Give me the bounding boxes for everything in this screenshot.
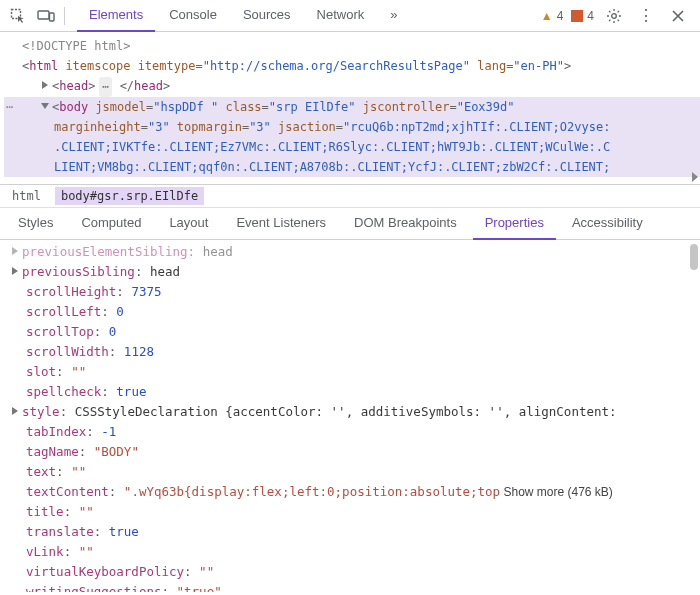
- property-row[interactable]: virtualKeyboardPolicy: "": [8, 562, 700, 582]
- show-more-link[interactable]: Show more (476 kB): [500, 485, 613, 499]
- warnings-badge[interactable]: ▲ 4: [541, 9, 564, 23]
- expand-toggle-icon[interactable]: [42, 81, 48, 89]
- selected-gutter-icon: ⋯: [6, 97, 13, 117]
- properties-pane[interactable]: previousElementSibling: headpreviousSibl…: [0, 240, 700, 592]
- property-value: CSSStyleDeclaration {accentColor: '', ad…: [75, 404, 617, 419]
- device-toolbar-icon[interactable]: [34, 4, 58, 28]
- warning-icon: ▲: [541, 9, 553, 23]
- dom-body-open[interactable]: ⋯ <body jsmodel="hspDDf " class="srp EIl…: [4, 97, 700, 117]
- expand-toggle-icon[interactable]: [12, 407, 18, 415]
- property-name: previousElementSibling: [22, 244, 188, 259]
- property-name: textContent: [26, 484, 109, 499]
- tab-sources[interactable]: Sources: [231, 0, 303, 32]
- warnings-count: 4: [557, 9, 564, 23]
- property-row[interactable]: text: "": [8, 462, 700, 482]
- property-name: style: [22, 404, 60, 419]
- dom-tree[interactable]: <!DOCTYPE html> <html itemscope itemtype…: [0, 32, 700, 184]
- property-row[interactable]: style: CSSStyleDeclaration {accentColor:…: [8, 402, 700, 422]
- dom-body-attrs-2[interactable]: marginheight="3" topmargin="3" jsaction=…: [4, 117, 700, 137]
- property-value: "": [79, 544, 94, 559]
- property-row[interactable]: slot: "": [8, 362, 700, 382]
- expand-toggle-icon[interactable]: [41, 103, 49, 109]
- scroll-right-icon[interactable]: [692, 172, 698, 182]
- dom-head[interactable]: <head>⋯ </head>: [4, 76, 700, 97]
- property-value: "": [199, 564, 214, 579]
- dom-html-open[interactable]: <html itemscope itemtype="http://schema.…: [4, 56, 700, 76]
- errors-count: 4: [587, 9, 594, 23]
- expand-toggle-icon[interactable]: [12, 247, 18, 255]
- property-name: virtualKeyboardPolicy: [26, 564, 184, 579]
- subtab-properties[interactable]: Properties: [473, 208, 556, 240]
- colon: :: [116, 284, 131, 299]
- error-icon: [571, 10, 583, 22]
- property-name: tagName: [26, 444, 79, 459]
- property-row[interactable]: scrollWidth: 1128: [8, 342, 700, 362]
- close-icon[interactable]: [666, 4, 690, 28]
- svg-rect-2: [50, 13, 55, 21]
- property-value: "": [71, 464, 86, 479]
- property-value: "BODY": [94, 444, 139, 459]
- colon: :: [56, 364, 71, 379]
- property-row[interactable]: previousSibling: head: [8, 262, 700, 282]
- dom-doctype[interactable]: <!DOCTYPE html>: [4, 36, 700, 56]
- property-row[interactable]: title: "": [8, 502, 700, 522]
- colon: :: [135, 264, 150, 279]
- subtab-dom-breakpoints[interactable]: DOM Breakpoints: [342, 208, 469, 240]
- colon: :: [86, 424, 101, 439]
- property-value: "true": [177, 584, 222, 592]
- tab-network[interactable]: Network: [305, 0, 377, 32]
- property-value: ".wYq63b{display:flex;left:0;position:ab…: [124, 484, 500, 499]
- property-value: head: [150, 264, 180, 279]
- property-name: writingSuggestions: [26, 584, 161, 592]
- property-value: true: [116, 384, 146, 399]
- tab-console[interactable]: Console: [157, 0, 229, 32]
- property-row[interactable]: translate: true: [8, 522, 700, 542]
- property-name: vLink: [26, 544, 64, 559]
- property-name: tabIndex: [26, 424, 86, 439]
- property-value: -1: [101, 424, 116, 439]
- tab-overflow[interactable]: »: [378, 0, 409, 32]
- property-name: previousSibling: [22, 264, 135, 279]
- settings-icon[interactable]: [602, 4, 626, 28]
- expand-toggle-icon[interactable]: [12, 267, 18, 275]
- property-row[interactable]: previousElementSibling: head: [8, 242, 700, 262]
- property-value: 7375: [131, 284, 161, 299]
- inspect-icon[interactable]: [6, 4, 30, 28]
- crumb-body[interactable]: body#gsr.srp.EIlDfe: [55, 187, 204, 205]
- property-value: 0: [116, 304, 124, 319]
- property-row[interactable]: spellcheck: true: [8, 382, 700, 402]
- property-row[interactable]: scrollHeight: 7375: [8, 282, 700, 302]
- property-name: spellcheck: [26, 384, 101, 399]
- crumb-html[interactable]: html: [6, 187, 47, 205]
- colon: :: [109, 484, 124, 499]
- svg-point-3: [612, 13, 617, 18]
- property-row[interactable]: tabIndex: -1: [8, 422, 700, 442]
- property-value: head: [203, 244, 233, 259]
- property-name: scrollWidth: [26, 344, 109, 359]
- subtab-accessibility[interactable]: Accessibility: [560, 208, 655, 240]
- property-row[interactable]: textContent: ".wYq63b{display:flex;left:…: [8, 482, 700, 502]
- more-icon[interactable]: ⋮: [634, 4, 658, 28]
- subtab-layout[interactable]: Layout: [157, 208, 220, 240]
- toolbar-divider: [64, 7, 65, 25]
- dom-body-attrs-4[interactable]: LIENT;VM8bg:.CLIENT;qqf0n:.CLIENT;A8708b…: [4, 157, 700, 177]
- errors-badge[interactable]: 4: [571, 9, 594, 23]
- ellipsis-icon[interactable]: ⋯: [99, 77, 112, 97]
- property-row[interactable]: vLink: "": [8, 542, 700, 562]
- property-row[interactable]: tagName: "BODY": [8, 442, 700, 462]
- property-row[interactable]: scrollTop: 0: [8, 322, 700, 342]
- subtab-event-listeners[interactable]: Event Listeners: [224, 208, 338, 240]
- svg-rect-1: [38, 11, 49, 19]
- panel-tabs: Elements Console Sources Network »: [77, 0, 410, 32]
- property-row[interactable]: scrollLeft: 0: [8, 302, 700, 322]
- colon: :: [101, 304, 116, 319]
- property-name: slot: [26, 364, 56, 379]
- colon: :: [94, 324, 109, 339]
- toolbar-right: ▲ 4 4 ⋮: [541, 4, 694, 28]
- dom-body-attrs-3[interactable]: .CLIENT;IVKTfe:.CLIENT;Ez7VMc:.CLIENT;R6…: [4, 137, 700, 157]
- property-row[interactable]: writingSuggestions: "true": [8, 582, 700, 592]
- subtab-styles[interactable]: Styles: [6, 208, 65, 240]
- tab-elements[interactable]: Elements: [77, 0, 155, 32]
- subtab-computed[interactable]: Computed: [69, 208, 153, 240]
- property-name: text: [26, 464, 56, 479]
